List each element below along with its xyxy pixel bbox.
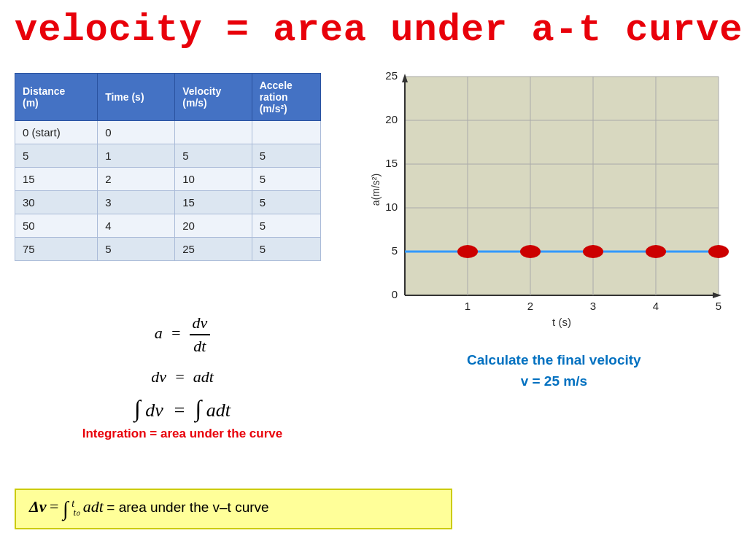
table-cell: 10 [175,168,252,191]
svg-text:5: 5 [392,244,398,257]
table-cell: 0 (start) [15,121,98,144]
formula-3: ∫ dv = ∫ adt [15,395,350,422]
table-cell: 4 [98,214,175,238]
page-title: velocity = area under a-t curve [15,9,743,52]
calculate-line1: Calculate the final velocity [467,350,641,371]
svg-point-30 [520,245,541,258]
formula-2: dv = adt [15,368,350,386]
calculate-line2: v = 25 m/s [467,371,641,392]
table-body: 0 (start)05155152105303155504205755255 [15,121,321,261]
svg-point-33 [708,245,729,258]
table-cell: 0 [98,121,175,144]
col-header-time: Time (s) [98,74,175,121]
table-cell: 20 [175,214,252,238]
svg-text:t (s): t (s) [552,316,571,328]
integration-note: Integration = area under the curve [15,427,350,441]
table-cell: 5 [252,144,320,168]
svg-point-29 [457,245,478,258]
col-header-velocity: Velocity(m/s) [175,74,252,121]
at-chart: 0 5 10 15 20 25 1 2 3 4 5 a(m/s²) t (s) [365,69,737,332]
table-cell: 5 [252,191,320,214]
table-cell: 1 [98,144,175,168]
table-cell: 3 [98,191,175,214]
table-cell: 5 [252,168,320,191]
svg-text:0: 0 [392,288,398,300]
svg-text:a(m/s²): a(m/s²) [370,174,382,206]
col-header-distance: Distance(m) [15,74,98,121]
table-cell [252,121,320,144]
svg-text:25: 25 [385,69,398,82]
svg-text:1: 1 [465,300,471,312]
yellow-box: Δv = ∫ t t₀ adt = area under the v–t cur… [15,489,452,529]
svg-point-31 [583,245,603,258]
svg-text:5: 5 [716,300,721,312]
svg-point-32 [646,245,666,258]
formula-1: a = dv dt [15,314,350,356]
svg-text:3: 3 [590,300,596,312]
table-cell: 15 [15,168,98,191]
table-cell: 5 [98,238,175,261]
svg-text:10: 10 [385,201,398,213]
col-header-acceleration: Acceleration(m/s²) [252,74,320,121]
table-cell: 15 [175,191,252,214]
table-cell: 75 [15,238,98,261]
table-cell: 5 [252,238,320,261]
table-cell: 50 [15,214,98,238]
table-cell: 30 [15,191,98,214]
table-cell: 5 [252,214,320,238]
svg-text:2: 2 [527,300,533,312]
data-table: Distance(m) Time (s) Velocity(m/s) Accel… [15,73,321,261]
svg-text:20: 20 [385,113,398,125]
chart-container: 0 5 10 15 20 25 1 2 3 4 5 a(m/s²) t (s) [365,69,737,332]
svg-text:4: 4 [653,300,659,312]
table-cell: 2 [98,168,175,191]
table-cell: 25 [175,238,252,261]
table-cell: 5 [175,144,252,168]
table-cell: 5 [15,144,98,168]
table-cell [175,121,252,144]
formula-area: a = dv dt dv = adt ∫ dv = ∫ adt Integrat… [15,314,350,441]
svg-text:15: 15 [385,157,398,169]
svg-rect-0 [405,77,719,295]
calculate-box: Calculate the final velocity v = 25 m/s [467,350,641,392]
